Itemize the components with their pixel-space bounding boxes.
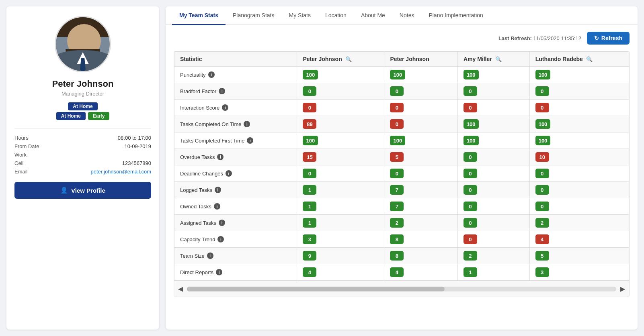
stat-name: Owned Tasks i bbox=[180, 203, 291, 210]
col-header-amy-miller: Amy Miller 🔍 bbox=[457, 52, 529, 67]
info-icon[interactable]: i bbox=[217, 236, 224, 242]
tab-my-team-stats[interactable]: My Team Stats bbox=[172, 6, 226, 25]
stat-badge: 0 bbox=[535, 185, 549, 195]
search-icon-peter-1[interactable]: 🔍 bbox=[345, 56, 352, 62]
stat-value-cell: 1 bbox=[297, 215, 384, 231]
stat-value-cell: 0 bbox=[457, 198, 529, 215]
scroll-right-arrow[interactable]: ▶ bbox=[616, 283, 629, 294]
stat-badge: 100 bbox=[303, 70, 318, 79]
scroll-left-arrow[interactable]: ◀ bbox=[174, 283, 187, 294]
stat-badge: 0 bbox=[464, 202, 477, 211]
stat-value-cell: 8 bbox=[384, 231, 457, 248]
stat-name: Logged Tasks i bbox=[180, 187, 291, 193]
cell-value: 1234567890 bbox=[47, 160, 151, 166]
info-icon[interactable]: i bbox=[219, 88, 225, 94]
stat-value-cell: 0 bbox=[457, 165, 529, 182]
stat-value-cell: 15 bbox=[297, 149, 384, 165]
from-date-label: From Date bbox=[14, 143, 39, 149]
stat-value-cell: 2 bbox=[529, 215, 629, 231]
stats-table: Statistic Peter Johnson 🔍 Peter Johnson … bbox=[174, 51, 629, 281]
tab-my-stats[interactable]: My Stats bbox=[282, 6, 318, 25]
stat-badge: 0 bbox=[303, 169, 316, 178]
info-icon[interactable]: i bbox=[219, 220, 225, 226]
divider bbox=[14, 128, 151, 128]
info-icon[interactable]: i bbox=[222, 104, 228, 111]
stat-badge: 100 bbox=[464, 70, 479, 79]
stat-name-cell: Punctuality i bbox=[174, 67, 297, 83]
table-row: Bradford Factor i 0000 bbox=[174, 83, 629, 100]
stat-name-cell: Logged Tasks i bbox=[174, 182, 297, 198]
stat-value-cell: 0 bbox=[384, 116, 457, 132]
info-icon[interactable]: i bbox=[247, 137, 253, 144]
stat-badge: 4 bbox=[535, 234, 549, 244]
tab-notes[interactable]: Notes bbox=[392, 6, 422, 25]
search-icon-amy[interactable]: 🔍 bbox=[495, 56, 502, 62]
info-icon[interactable]: i bbox=[208, 71, 215, 78]
tabs-bar: My Team Stats Planogram Stats My Stats L… bbox=[166, 6, 638, 25]
stat-badge: 100 bbox=[535, 119, 551, 129]
scrollbar-track[interactable] bbox=[187, 287, 616, 291]
stat-value-cell: 0 bbox=[529, 198, 629, 215]
hours-label: Hours bbox=[14, 135, 39, 141]
info-icon[interactable]: i bbox=[226, 170, 232, 177]
cell-label: Cell bbox=[14, 160, 39, 166]
last-refresh-text: Last Refresh: 11/05/2020 11:35:12 bbox=[498, 35, 581, 41]
table-row: Tasks Completed On Time i 890100100 bbox=[174, 116, 629, 132]
stat-value-cell: 0 bbox=[529, 182, 629, 198]
info-icon[interactable]: i bbox=[214, 203, 220, 210]
stat-badge: 2 bbox=[535, 218, 549, 228]
stat-badge: 15 bbox=[303, 152, 316, 162]
refresh-button[interactable]: ↻ Refresh bbox=[587, 32, 630, 45]
stat-value-cell: 2 bbox=[384, 215, 457, 231]
info-icon[interactable]: i bbox=[207, 253, 213, 259]
view-profile-button[interactable]: 👤 View Profile bbox=[14, 182, 151, 199]
info-icon[interactable]: i bbox=[217, 154, 224, 160]
stat-name-cell: Tasks Completed First Time i bbox=[174, 132, 297, 149]
stat-badge: 0 bbox=[303, 86, 316, 96]
stat-value-cell: 100 bbox=[529, 116, 629, 132]
stat-name-cell: Assigned Tasks i bbox=[174, 215, 297, 231]
tab-about-me[interactable]: About Me bbox=[354, 6, 392, 25]
stat-badge: 0 bbox=[464, 152, 477, 162]
stat-value-cell: 100 bbox=[457, 67, 529, 83]
stat-badge: 0 bbox=[535, 86, 549, 96]
content-area: Last Refresh: 11/05/2020 11:35:12 ↻ Refr… bbox=[166, 25, 638, 330]
work-value bbox=[47, 152, 151, 158]
info-icon[interactable]: i bbox=[216, 269, 222, 275]
stat-badge: 8 bbox=[390, 251, 404, 261]
stat-value-cell: 100 bbox=[297, 132, 384, 149]
tab-planogram-stats[interactable]: Planogram Stats bbox=[226, 6, 282, 25]
info-icon[interactable]: i bbox=[244, 121, 250, 127]
stat-value-cell: 100 bbox=[384, 67, 457, 83]
stat-value-cell: 8 bbox=[384, 248, 457, 264]
table-row: Interaction Score i 0000 bbox=[174, 100, 629, 116]
refresh-icon: ↻ bbox=[594, 35, 599, 41]
stat-name: Overdue Tasks i bbox=[180, 154, 291, 160]
stat-badge: 10 bbox=[535, 152, 549, 162]
stat-badge: 0 bbox=[464, 86, 477, 96]
table-row: Logged Tasks i 1700 bbox=[174, 182, 629, 198]
stat-badge: 100 bbox=[464, 136, 479, 145]
stat-value-cell: 0 bbox=[529, 100, 629, 116]
search-icon-luthando[interactable]: 🔍 bbox=[586, 56, 593, 62]
stat-value-cell: 0 bbox=[457, 149, 529, 165]
stat-value-cell: 100 bbox=[297, 67, 384, 83]
view-profile-label: View Profile bbox=[71, 187, 105, 194]
stat-value-cell: 0 bbox=[384, 100, 457, 116]
stat-value-cell: 0 bbox=[297, 100, 384, 116]
tab-location[interactable]: Location bbox=[318, 6, 354, 25]
info-icon[interactable]: i bbox=[215, 187, 221, 193]
stat-badge: 0 bbox=[464, 234, 477, 244]
tab-plano-implementation[interactable]: Plano Implementation bbox=[421, 6, 490, 25]
stat-value-cell: 2 bbox=[457, 248, 529, 264]
left-panel: Peter Johnson Managing Director At Home … bbox=[6, 6, 159, 330]
stat-value-cell: 4 bbox=[297, 264, 384, 281]
scrollbar-thumb bbox=[187, 287, 445, 291]
stat-value-cell: 0 bbox=[457, 182, 529, 198]
stat-value-cell: 0 bbox=[457, 231, 529, 248]
email-value[interactable]: peter.johnson@email.com bbox=[47, 169, 151, 175]
stat-value-cell: 100 bbox=[529, 132, 629, 149]
stat-value-cell: 10 bbox=[529, 149, 629, 165]
stat-name-cell: Direct Reports i bbox=[174, 264, 297, 281]
stat-badge: 3 bbox=[303, 234, 316, 244]
